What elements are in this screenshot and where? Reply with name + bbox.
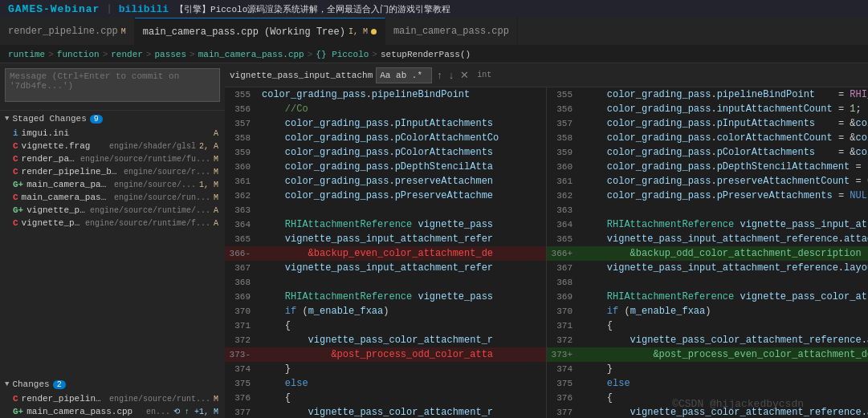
code-line: 372 vignette_pass_color_attachment_refer… — [547, 333, 868, 347]
staged-changes-header[interactable]: ▼ Staged Changes 9 — [0, 111, 225, 127]
file-prefix: C — [13, 154, 18, 164]
code-line: 362 color_grading_pass.pPreserveAttachme… — [547, 189, 868, 203]
tab-modified-dot — [371, 29, 377, 34]
bc-namespace: {} Piccolo — [316, 50, 369, 59]
list-item[interactable]: C main_camera_pass.h engine/source/run..… — [0, 191, 225, 204]
tab-label: render_pipeline.cpp — [8, 26, 118, 37]
changes-chevron: ▼ — [5, 380, 9, 388]
bc-passes: passes — [154, 50, 186, 59]
list-item[interactable]: C render_pass.h engine/source/runtime/fu… — [0, 152, 225, 165]
file-badge: A — [214, 129, 218, 138]
list-item[interactable]: G+ vignette_pass.cpp engine/source/runti… — [0, 204, 225, 217]
file-badge: M — [214, 395, 218, 404]
games-logo: GAMES-Webinar — [8, 3, 100, 15]
file-prefix: C — [13, 167, 18, 177]
bilibili-logo: bilibili — [119, 3, 169, 15]
code-line: 372 vignette_pass_color_attachment_r — [225, 333, 546, 347]
code-line: 371 { — [225, 319, 546, 333]
search-up-btn[interactable]: ↑ — [435, 69, 444, 81]
file-badge: M — [214, 193, 218, 202]
main-layout: ▼ Staged Changes 9 i imgui.ini A C vigne… — [0, 63, 868, 418]
code-line: 355 color_grading_pass.pipelineBindPoint… — [547, 87, 868, 102]
search-bar: vignette_pass_input_attachm ↑ ↓ ✕ int — [225, 63, 868, 87]
commit-box — [0, 63, 225, 111]
staged-count: 9 — [90, 115, 103, 124]
file-name: render_pipeline_base.h — [22, 167, 120, 177]
file-badge: A — [214, 219, 218, 228]
code-line: 361 color_grading_pass.preserveAttachmen… — [547, 174, 868, 189]
code-line: 375 else — [547, 376, 868, 391]
list-item[interactable]: C vignette_pass.h engine/source/runtime/… — [0, 217, 225, 229]
match-count: int — [477, 71, 491, 79]
code-line: 358 color_grading_pass.pColorAttachmentC… — [225, 131, 546, 145]
list-item[interactable]: C render_pipeline_base.h engine/source/r… — [0, 165, 225, 178]
page-title: 【引擎】Piccolo源码渲染系统讲解，全网最适合入门的游戏引擎教程 — [175, 3, 450, 15]
file-path: engine/shader/glsl — [109, 142, 196, 151]
code-line-added: 366+ &backup_odd_color_attachment_descri… — [547, 246, 868, 261]
tab-badges: I, M — [348, 27, 368, 36]
code-line: 356 color_grading_pass.inputAttachmentCo… — [547, 102, 868, 116]
right-diff-pane[interactable]: 355 color_grading_pass.pipelineBindPoint… — [547, 87, 868, 418]
list-item[interactable]: i imgui.ini A — [0, 127, 225, 140]
file-extra: ⟲ ↑ +1, M — [173, 407, 218, 416]
search-down-btn[interactable]: ↓ — [447, 69, 456, 81]
file-name: main_camera_pass.cpp — [26, 407, 143, 416]
changes-files-list: C render_pipeline.cpp engine/source/runt… — [0, 392, 225, 418]
changes-label: Changes — [12, 379, 49, 389]
code-line: 360 color_grading_pass.pDepthStencilAtta — [225, 160, 546, 174]
file-badge: 2, A — [199, 142, 218, 151]
list-item[interactable]: C render_pipeline.cpp engine/source/runt… — [0, 392, 225, 405]
search-input[interactable] — [376, 67, 432, 83]
sidebar: ▼ Staged Changes 9 i imgui.ini A C vigne… — [0, 63, 225, 418]
file-path: engine/source/runtime/... — [90, 206, 210, 215]
code-line: 358 color_grading_pass.colorAttachmentCo… — [547, 131, 868, 145]
list-item[interactable]: C vignette.frag engine/shader/glsl 2, A — [0, 140, 225, 152]
file-prefix: C — [13, 218, 18, 228]
code-line: 367 vignette_pass_input_attachment_refer… — [547, 261, 868, 275]
code-line: 367 vignette_pass_input_attachment_refer — [225, 261, 546, 275]
code-line: 369 RHIAttachmentReference vignette_pass… — [547, 290, 868, 304]
changes-count: 2 — [53, 380, 66, 389]
code-line-removed: 373- &post_process_odd_color_atta — [225, 347, 546, 362]
tab-label-2: main_camera_pass.cpp — [393, 26, 509, 37]
code-line: 365 vignette_pass_input_attachment_refer… — [547, 232, 868, 246]
tab-main-camera-pass[interactable]: main_camera_pass.cpp (Working Tree) I, M — [135, 18, 385, 45]
changes-header[interactable]: ▼ Changes 2 — [0, 376, 225, 392]
file-name: vignette_pass.cpp — [26, 205, 87, 215]
code-line: 368 — [547, 275, 868, 290]
staged-chevron: ▼ — [5, 115, 9, 123]
code-line: 374 } — [547, 362, 868, 376]
bc-fn: setupRenderPass() — [381, 50, 471, 59]
code-line: 369 RHIAttachmentReference vignette_pass — [225, 290, 546, 304]
tab-render-pipeline[interactable]: render_pipeline.cpp M — [0, 18, 135, 45]
staged-label: Staged Changes — [12, 114, 86, 124]
file-name: vignette_pass.h — [22, 218, 82, 228]
file-path: en... — [146, 408, 170, 416]
file-badge: A — [214, 206, 218, 215]
file-prefix: G+ — [13, 407, 23, 416]
list-item[interactable]: G+ main_camera_pass.cpp engine/source/..… — [0, 178, 225, 191]
bc-file: main_camera_pass.cpp — [198, 50, 304, 59]
code-line: 371 { — [547, 319, 868, 333]
code-line: 356 //Co — [225, 102, 546, 116]
bilibili-bar: GAMES-Webinar | bilibili 【引擎】Piccolo源码渲染… — [0, 0, 868, 18]
file-path: engine/source/runtime/f... — [85, 219, 210, 228]
commit-message-input[interactable] — [5, 68, 220, 102]
code-line: 364 RHIAttachmentReference vignette_pass — [225, 217, 546, 232]
file-name: vignette.frag — [22, 141, 106, 151]
list-item[interactable]: G+ main_camera_pass.cpp en... ⟲ ↑ +1, M — [0, 405, 225, 418]
tab-bar: render_pipeline.cpp M main_camera_pass.c… — [0, 18, 868, 46]
bc-render: render — [111, 50, 143, 59]
staged-files-list: i imgui.ini A C vignette.frag engine/sha… — [0, 127, 225, 376]
tab-main-camera-pass2[interactable]: main_camera_pass.cpp — [385, 18, 518, 45]
file-prefix: G+ — [13, 180, 23, 189]
left-diff-pane[interactable]: 355 color_grading_pass.pipelineBindPoint… — [225, 87, 547, 418]
code-line: 357 color_grading_pass.pInputAttachments — [225, 116, 546, 131]
code-line: 361 color_grading_pass.preserveAttachmen — [225, 174, 546, 189]
code-line: 374 } — [225, 362, 546, 376]
code-line: 359 color_grading_pass.pColorAttachments — [225, 145, 546, 160]
file-badge: M — [214, 155, 218, 164]
code-line: 376 { — [225, 391, 546, 405]
search-close-btn[interactable]: ✕ — [458, 69, 471, 81]
file-prefix: i — [13, 128, 18, 138]
